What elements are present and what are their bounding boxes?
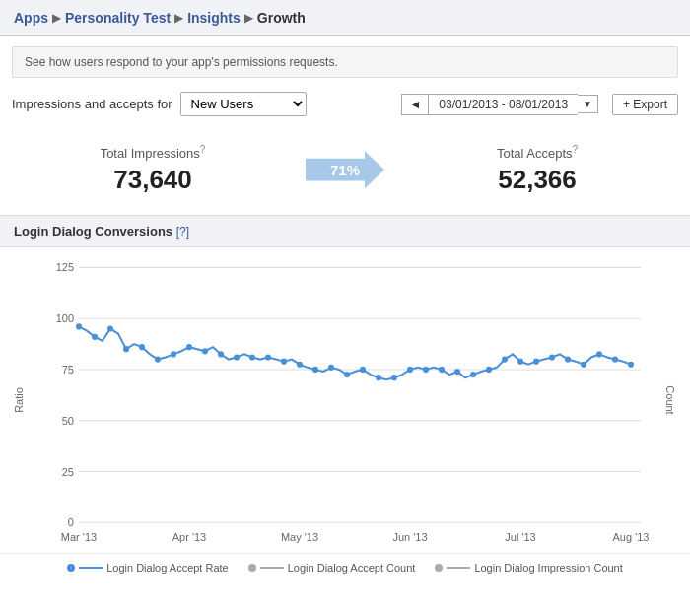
chart-help-link[interactable]: [?] [176, 225, 189, 239]
svg-point-25 [186, 344, 192, 350]
banner-text: See how users respond to your app's perm… [25, 55, 338, 69]
impressions-help-icon[interactable]: ? [200, 144, 206, 155]
chart-header: Login Dialog Conversions [?] [0, 216, 690, 247]
svg-point-24 [171, 352, 176, 358]
svg-text:0: 0 [68, 517, 74, 529]
chart-legend: Login Dialog Accept Rate Login Dialog Ac… [0, 553, 690, 585]
legend-item-accept-rate: Login Dialog Accept Rate [67, 562, 229, 574]
svg-point-51 [596, 352, 602, 358]
impressions-label: Impressions and accepts for [12, 97, 172, 111]
legend-line-impression-count [447, 567, 470, 569]
svg-point-45 [502, 357, 508, 363]
svg-point-32 [297, 362, 303, 368]
svg-text:125: 125 [56, 262, 74, 274]
total-accepts-value: 52,366 [404, 165, 670, 195]
svg-point-42 [454, 369, 460, 375]
legend-label-impression-count: Login Dialog Impression Count [474, 562, 622, 574]
svg-point-43 [470, 372, 476, 377]
svg-text:75: 75 [62, 364, 74, 376]
export-button[interactable]: + Export [612, 94, 678, 115]
svg-point-44 [486, 367, 492, 373]
chart-container: Ratio Count 125 100 75 50 25 0 Mar '13 A… [0, 247, 690, 553]
y-axis-right-label: Count [663, 386, 675, 415]
total-impressions-block: Total Impressions? 73,640 [20, 144, 286, 195]
svg-text:Aug '13: Aug '13 [613, 531, 650, 543]
svg-text:Jun '13: Jun '13 [392, 531, 427, 543]
breadcrumb-sep-1: ▶ [52, 11, 61, 25]
svg-point-52 [612, 357, 618, 363]
svg-point-19 [92, 334, 98, 340]
info-banner: See how users respond to your app's perm… [12, 46, 678, 78]
accepts-help-icon[interactable]: ? [573, 144, 579, 155]
date-nav: ◄ 03/01/2013 - 08/01/2013 ▼ [401, 94, 598, 115]
svg-point-39 [407, 367, 413, 373]
svg-point-30 [265, 355, 271, 361]
svg-text:Jul '13: Jul '13 [505, 531, 535, 543]
svg-point-48 [549, 355, 555, 361]
svg-point-53 [628, 362, 634, 368]
svg-point-29 [249, 355, 255, 361]
chart-section: Login Dialog Conversions [?] Ratio Count… [0, 215, 690, 585]
total-accepts-block: Total Accepts? 52,366 [404, 144, 670, 195]
svg-point-20 [107, 326, 113, 332]
svg-text:Apr '13: Apr '13 [172, 531, 206, 543]
legend-label-accept-rate: Login Dialog Accept Rate [106, 562, 229, 574]
svg-point-34 [328, 365, 334, 371]
user-type-select[interactable]: New Users All Users Returning Users [180, 92, 307, 116]
total-impressions-value: 73,640 [20, 165, 286, 195]
breadcrumb-sep-2: ▶ [174, 11, 183, 25]
svg-point-21 [123, 346, 129, 352]
legend-item-accept-count: Login Dialog Accept Count [248, 562, 416, 574]
svg-point-35 [344, 372, 350, 377]
conversion-arrow: 71% [286, 151, 404, 188]
svg-point-36 [360, 367, 366, 373]
svg-point-33 [312, 367, 318, 373]
breadcrumb-sep-3: ▶ [244, 11, 253, 25]
breadcrumb-personality-test[interactable]: Personality Test [65, 10, 171, 26]
svg-point-40 [423, 367, 429, 373]
date-dropdown-button[interactable]: ▼ [578, 95, 598, 113]
total-accepts-label: Total Accepts? [404, 144, 670, 161]
breadcrumb-insights[interactable]: Insights [187, 10, 241, 26]
y-axis-left-label: Ratio [13, 387, 25, 413]
svg-point-23 [155, 357, 161, 363]
legend-item-impression-count: Login Dialog Impression Count [435, 562, 622, 574]
chart-title: Login Dialog Conversions [14, 224, 172, 239]
legend-line-accept-rate [79, 567, 103, 569]
svg-point-22 [139, 344, 145, 350]
svg-point-18 [76, 324, 82, 330]
svg-text:Mar '13: Mar '13 [61, 531, 97, 543]
svg-point-38 [391, 375, 397, 380]
legend-line-accept-count [260, 567, 284, 569]
svg-text:25: 25 [62, 466, 74, 478]
svg-point-26 [202, 349, 208, 355]
chart-svg: 125 100 75 50 25 0 Mar '13 Apr '13 May '… [39, 257, 651, 543]
total-impressions-label: Total Impressions? [20, 144, 286, 161]
arrow-shape: 71% [306, 151, 384, 188]
svg-point-41 [439, 367, 445, 373]
legend-label-accept-count: Login Dialog Accept Count [288, 562, 416, 574]
date-prev-button[interactable]: ◄ [401, 94, 429, 115]
svg-point-31 [281, 359, 287, 365]
svg-point-50 [581, 362, 586, 368]
conversion-pct: 71% [330, 162, 360, 178]
svg-text:May '13: May '13 [281, 531, 318, 543]
breadcrumb-current: Growth [257, 10, 306, 26]
svg-point-49 [565, 357, 571, 363]
legend-dot-accept-count [248, 564, 256, 572]
controls-row: Impressions and accepts for New Users Al… [0, 86, 690, 126]
accept-rate-line [79, 327, 631, 380]
svg-point-28 [234, 355, 240, 361]
svg-point-27 [218, 352, 224, 358]
svg-point-47 [533, 359, 539, 365]
svg-point-46 [518, 359, 523, 365]
svg-text:100: 100 [56, 312, 74, 324]
breadcrumb: Apps ▶ Personality Test ▶ Insights ▶ Gro… [0, 0, 690, 36]
svg-text:50: 50 [62, 415, 74, 427]
stats-row: Total Impressions? 73,640 71% Total Acce… [0, 126, 690, 215]
legend-dot-accept-rate [67, 564, 75, 572]
legend-dot-impression-count [435, 564, 443, 572]
breadcrumb-apps[interactable]: Apps [14, 10, 48, 26]
date-range-display: 03/01/2013 - 08/01/2013 [429, 94, 578, 115]
svg-point-37 [376, 375, 381, 380]
